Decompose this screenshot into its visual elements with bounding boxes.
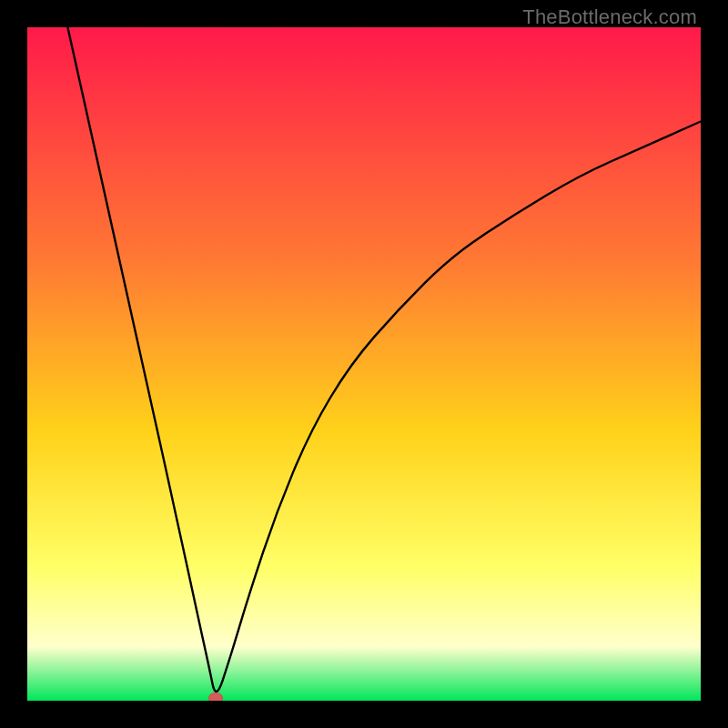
chart-stage: TheBottleneck.com [0, 0, 728, 728]
plot-area [27, 27, 701, 701]
watermark: TheBottleneck.com [522, 5, 697, 29]
optimum-marker [208, 693, 223, 701]
bottleneck-curve [27, 27, 701, 701]
